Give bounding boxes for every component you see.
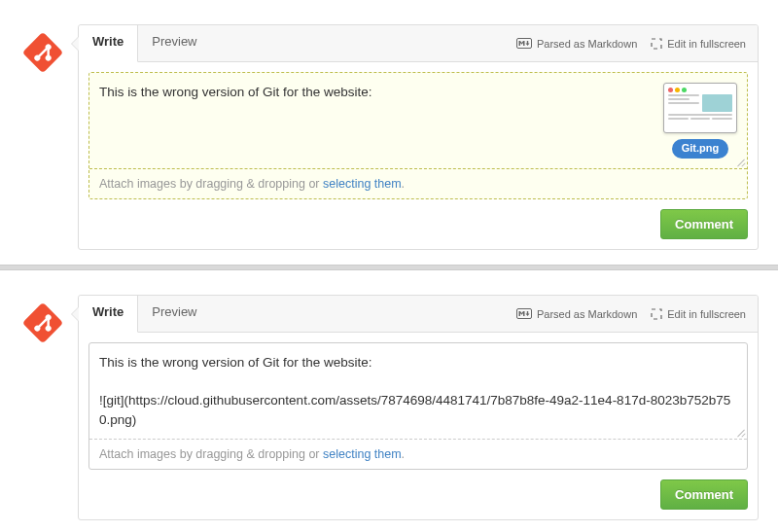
tab-bar: Write Preview Parsed as Markdown Edit in	[79, 296, 758, 333]
git-avatar	[19, 29, 66, 76]
parsed-as-markdown[interactable]: Parsed as Markdown	[516, 308, 637, 320]
fullscreen-icon	[651, 38, 662, 50]
markdown-icon	[516, 38, 532, 49]
markdown-icon	[516, 308, 532, 319]
resize-handle[interactable]	[735, 427, 745, 437]
attach-suffix: .	[402, 447, 405, 461]
textarea-text: This is the wrong version of Git for the…	[99, 83, 644, 102]
comment-textarea-wrap: This is the wrong version of Git for the…	[88, 342, 748, 470]
attach-select-link[interactable]: selecting them	[323, 177, 402, 191]
comment-panel-result: Write Preview Parsed as Markdown Edit in	[0, 270, 778, 532]
comment-button[interactable]: Comment	[660, 479, 748, 510]
comment-button[interactable]: Comment	[660, 209, 748, 239]
tab-meta: Parsed as Markdown Edit in fullscreen	[516, 296, 758, 332]
attach-prefix: Attach images by dragging & dropping or	[99, 447, 323, 461]
tab-write[interactable]: Write	[79, 296, 138, 333]
git-icon	[19, 300, 66, 346]
attach-hint: Attach images by dragging & dropping or …	[89, 439, 747, 469]
comment-textarea-wrap: This is the wrong version of Git for the…	[88, 72, 748, 199]
comment-textarea[interactable]: This is the wrong version of Git for the…	[89, 343, 747, 439]
svg-rect-15	[652, 309, 661, 319]
attach-suffix: .	[402, 177, 405, 191]
avatar-column	[19, 24, 78, 250]
resize-handle[interactable]	[735, 157, 745, 166]
attach-hint: Attach images by dragging & dropping or …	[89, 168, 747, 198]
parsed-as-markdown[interactable]: Parsed as Markdown	[516, 38, 637, 50]
fullscreen-label: Edit in fullscreen	[667, 308, 746, 320]
parsed-label: Parsed as Markdown	[537, 38, 637, 50]
tab-meta: Parsed as Markdown Edit in fullscreen	[516, 25, 758, 61]
avatar-column	[19, 295, 78, 520]
drag-preview: Git.png	[663, 83, 737, 159]
edit-fullscreen[interactable]: Edit in fullscreen	[651, 38, 746, 50]
comment-box: Write Preview Parsed as Markdown Edit in	[78, 24, 759, 250]
fullscreen-label: Edit in fullscreen	[667, 38, 746, 50]
fullscreen-icon	[651, 308, 662, 320]
tab-write[interactable]: Write	[79, 25, 138, 62]
tab-preview[interactable]: Preview	[138, 296, 211, 332]
tab-bar: Write Preview Parsed as Markdown Edit in	[79, 25, 758, 62]
textarea-text: This is the wrong version of Git for the…	[99, 355, 730, 427]
attach-select-link[interactable]: selecting them	[323, 447, 402, 461]
comment-box: Write Preview Parsed as Markdown Edit in	[78, 295, 759, 520]
svg-rect-7	[652, 39, 661, 49]
comment-textarea[interactable]: This is the wrong version of Git for the…	[89, 73, 747, 168]
attach-prefix: Attach images by dragging & dropping or	[99, 177, 323, 191]
edit-fullscreen[interactable]: Edit in fullscreen	[651, 308, 746, 320]
git-icon	[19, 29, 66, 76]
git-avatar	[19, 300, 66, 346]
tab-preview[interactable]: Preview	[138, 25, 211, 61]
drag-thumbnail	[663, 83, 737, 133]
drag-file-badge: Git.png	[672, 139, 729, 159]
comment-panel-drag: Write Preview Parsed as Markdown Edit in	[0, 0, 778, 265]
parsed-label: Parsed as Markdown	[537, 308, 637, 320]
